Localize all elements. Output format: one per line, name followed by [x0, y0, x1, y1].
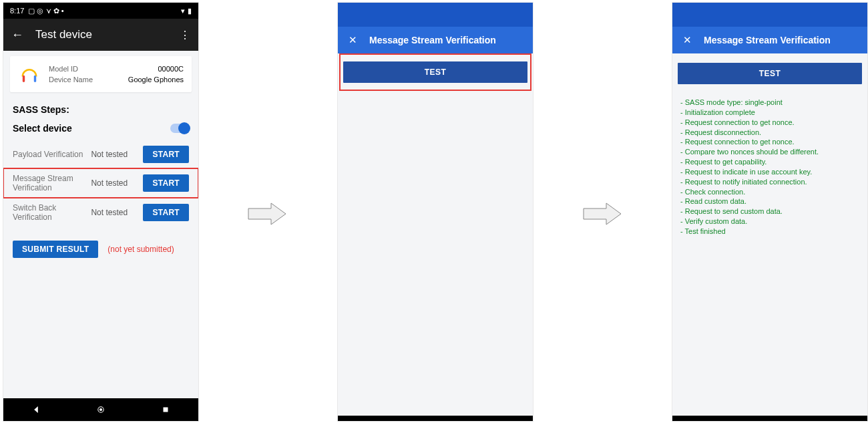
row-switch-back-verification: Switch Back Verification Not tested STAR…: [3, 198, 198, 227]
bottom-bar: [338, 416, 533, 421]
svg-rect-2: [164, 408, 168, 412]
row-payload-verification: Payload Verification Not tested START: [3, 140, 198, 168]
sass-steps-title: SASS Steps:: [13, 104, 189, 115]
test-status: Not tested: [91, 208, 138, 217]
phone-test-device: 8:17 ▢ ◎ ⋎ ✿ • ▾ ▮ ← Test device ⋮ Model…: [3, 3, 198, 421]
log-line: - Request to notify initiated connection…: [680, 177, 859, 187]
test-status: Not tested: [91, 178, 138, 188]
test-name: Message Stream Verification: [13, 174, 85, 192]
close-icon[interactable]: ✕: [349, 34, 357, 46]
battery-icon: ▮: [188, 7, 192, 15]
android-nav-bar: [3, 398, 198, 421]
submit-result-button[interactable]: SUBMIT RESULT: [13, 241, 98, 258]
row-message-stream-verification: Message Stream Verification Not tested S…: [3, 168, 198, 198]
nav-home-icon[interactable]: [96, 405, 105, 414]
start-button[interactable]: START: [143, 204, 189, 221]
log-line: - Request connection to get nonce.: [680, 137, 859, 147]
nav-back-icon[interactable]: [31, 405, 41, 414]
phone-msv-empty: ✕ Message Stream Verification TEST: [338, 3, 533, 421]
device-name-value: Google Gphones: [128, 76, 184, 84]
arrow-icon: [247, 200, 287, 227]
log-line: - Request disconnection.: [680, 128, 859, 138]
status-icons: ▢ ◎ ⋎ ✿ •: [28, 7, 63, 15]
wifi-icon: ▾: [181, 7, 185, 15]
start-button[interactable]: START: [143, 146, 189, 163]
test-button-wrap: TEST: [672, 53, 867, 94]
arrow-icon: [582, 200, 622, 227]
log-line: - Request connection to get nonce.: [680, 118, 859, 128]
phone-msv-results: ✕ Message Stream Verification TEST - SAS…: [672, 3, 867, 421]
screen-title: Message Stream Verification: [704, 35, 831, 45]
log-line: - Request to get capability.: [680, 157, 859, 167]
select-device-label: Select device: [13, 123, 72, 134]
svg-point-1: [99, 408, 102, 411]
page-title: Test device: [35, 28, 92, 41]
back-icon[interactable]: ←: [11, 28, 23, 42]
blue-header: ✕ Message Stream Verification: [338, 27, 533, 53]
test-button-highlight: TEST: [339, 53, 531, 91]
select-device-toggle[interactable]: [170, 124, 189, 133]
log-line: - Test finished: [680, 227, 859, 237]
status-time: 8:17: [10, 7, 24, 15]
device-name-label: Device Name: [49, 76, 93, 84]
bottom-bar: [672, 416, 867, 421]
test-name: Payload Verification: [13, 150, 85, 159]
start-button[interactable]: START: [143, 174, 189, 192]
log-line: - Request to send custom data.: [680, 206, 859, 217]
model-id-value: 00000C: [158, 65, 184, 73]
device-card: Model ID 00000C Device Name Google Gphon…: [10, 56, 192, 92]
blue-header-top: [338, 3, 533, 27]
test-status: Not tested: [91, 150, 138, 159]
test-log: - SASS mode type: single-point - Initial…: [672, 94, 867, 241]
log-line: - Request to indicate in use account key…: [680, 167, 859, 177]
nav-recent-icon[interactable]: [161, 405, 170, 414]
log-line: - SASS mode type: single-point: [680, 98, 859, 108]
model-id-label: Model ID: [49, 65, 78, 73]
headphones-icon: [18, 63, 41, 86]
log-line: - Read custom data.: [680, 196, 859, 206]
more-icon[interactable]: ⋮: [180, 29, 190, 41]
blue-header-top: [672, 3, 867, 27]
screen-title: Message Stream Verification: [369, 35, 496, 45]
app-bar: ← Test device ⋮: [3, 19, 198, 51]
blue-header: ✕ Message Stream Verification: [672, 27, 867, 53]
submit-status: (not yet submitted): [107, 245, 174, 254]
test-button[interactable]: TEST: [343, 61, 527, 83]
test-button[interactable]: TEST: [678, 63, 862, 84]
status-bar: 8:17 ▢ ◎ ⋎ ✿ • ▾ ▮: [3, 3, 198, 19]
log-line: - Verify custom data.: [680, 217, 859, 227]
log-line: - Initialization complete: [680, 108, 859, 118]
log-line: - Check connection.: [680, 187, 859, 197]
close-icon[interactable]: ✕: [683, 34, 692, 46]
test-name: Switch Back Verification: [13, 203, 85, 222]
log-line: - Compare two nonces should be different…: [680, 147, 859, 157]
